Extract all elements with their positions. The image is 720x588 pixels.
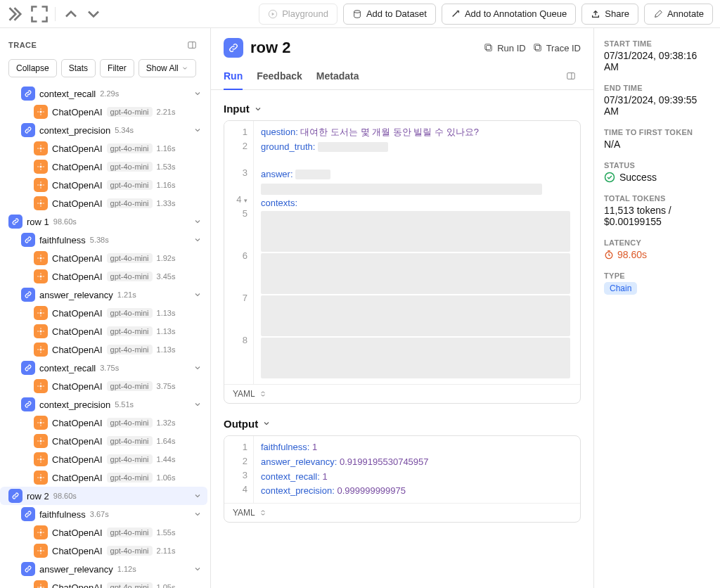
- svg-point-71: [37, 459, 39, 460]
- chevron-down-icon[interactable]: [192, 565, 203, 573]
- chevron-down-icon[interactable]: [192, 364, 203, 372]
- svg-point-48: [40, 349, 42, 351]
- svg-point-36: [37, 276, 39, 277]
- tree-chain-row[interactable]: answer_relevancy1.12s: [0, 560, 207, 578]
- svg-point-3: [40, 111, 42, 113]
- svg-point-7: [43, 111, 44, 113]
- svg-point-6: [37, 111, 39, 113]
- stats-button[interactable]: Stats: [61, 59, 96, 77]
- svg-point-42: [43, 312, 44, 314]
- tree-chain-row[interactable]: row 198.60s: [0, 212, 207, 231]
- run-id-button[interactable]: Run ID: [484, 43, 525, 53]
- filter-button[interactable]: Filter: [100, 59, 134, 77]
- trace-sidebar: TRACE Collapse Stats Filter Show All con…: [0, 28, 211, 588]
- tree-chain-row[interactable]: context_recall3.75s: [0, 359, 207, 377]
- tree-llm-row[interactable]: ChatOpenAIgpt-4o-mini1.33s: [0, 194, 207, 212]
- svg-rect-96: [534, 44, 539, 50]
- next-icon[interactable]: [84, 4, 103, 24]
- llm-icon: [34, 452, 48, 466]
- chain-icon: [21, 361, 35, 375]
- tree-chain-row[interactable]: context_precision5.34s: [0, 121, 207, 139]
- output-header[interactable]: Output: [224, 418, 581, 430]
- tree-llm-row[interactable]: ChatOpenAIgpt-4o-mini1.64s: [0, 432, 207, 450]
- yaml-label[interactable]: YAML: [233, 389, 255, 399]
- svg-point-67: [43, 440, 44, 442]
- annotate-button[interactable]: Annotate: [644, 4, 713, 25]
- fullscreen-icon[interactable]: [30, 4, 49, 24]
- llm-icon: [34, 306, 48, 320]
- tree-llm-row[interactable]: ChatOpenAIgpt-4o-mini3.75s: [0, 377, 207, 395]
- tree-llm-row[interactable]: ChatOpenAIgpt-4o-mini3.45s: [0, 267, 207, 286]
- svg-point-83: [40, 550, 42, 552]
- tab-feedback[interactable]: Feedback: [257, 66, 302, 90]
- svg-point-40: [40, 315, 41, 317]
- svg-point-57: [43, 385, 44, 387]
- svg-point-24: [40, 200, 41, 201]
- tree-llm-row[interactable]: ChatOpenAIgpt-4o-mini1.44s: [0, 450, 207, 468]
- svg-point-11: [37, 148, 39, 149]
- playground-button[interactable]: Playground: [259, 4, 338, 25]
- total-tokens: 11,513 tokens / $0.00199155: [604, 205, 710, 227]
- sidebar-title: TRACE: [8, 41, 37, 49]
- svg-point-70: [40, 461, 41, 463]
- collapse-button[interactable]: Collapse: [8, 59, 57, 77]
- add-dataset-button[interactable]: Add to Dataset: [343, 4, 436, 25]
- chevron-down-icon[interactable]: [192, 510, 203, 518]
- share-button[interactable]: Share: [581, 4, 638, 25]
- tree-llm-row[interactable]: ChatOpenAIgpt-4o-mini1.13s: [0, 304, 207, 322]
- svg-point-22: [43, 184, 44, 186]
- tree-llm-row[interactable]: ChatOpenAIgpt-4o-mini1.06s: [0, 468, 207, 487]
- llm-icon: [34, 544, 48, 558]
- panel-toggle-right-icon[interactable]: [561, 66, 581, 86]
- tree-llm-row[interactable]: ChatOpenAIgpt-4o-mini1.16s: [0, 176, 207, 194]
- chain-icon: [21, 397, 35, 411]
- tree-llm-row[interactable]: ChatOpenAIgpt-4o-mini1.53s: [0, 158, 207, 176]
- tree-llm-row[interactable]: ChatOpenAIgpt-4o-mini2.21s: [0, 103, 207, 121]
- tab-metadata[interactable]: Metadata: [316, 66, 359, 90]
- trace-tree[interactable]: context_recall2.29sChatOpenAIgpt-4o-mini…: [0, 83, 210, 588]
- tree-llm-row[interactable]: ChatOpenAIgpt-4o-mini1.32s: [0, 414, 207, 432]
- yaml-label[interactable]: YAML: [233, 508, 255, 518]
- svg-point-89: [40, 584, 41, 585]
- llm-icon: [34, 525, 48, 539]
- tree-llm-row[interactable]: ChatOpenAIgpt-4o-mini1.13s: [0, 322, 207, 340]
- svg-point-76: [37, 477, 39, 478]
- input-header[interactable]: Input: [224, 103, 581, 115]
- tree-llm-row[interactable]: ChatOpenAIgpt-4o-mini2.11s: [0, 542, 207, 560]
- tree-chain-row[interactable]: row 298.60s: [0, 487, 207, 505]
- svg-point-16: [37, 166, 39, 167]
- tree-chain-row[interactable]: context_recall2.29s: [0, 84, 207, 103]
- chevron-down-icon[interactable]: [192, 492, 203, 500]
- tree-llm-row[interactable]: ChatOpenAIgpt-4o-mini1.05s: [0, 578, 207, 588]
- tree-llm-row[interactable]: ChatOpenAIgpt-4o-mini1.16s: [0, 139, 207, 158]
- prev-icon[interactable]: [61, 4, 81, 24]
- tree-llm-row[interactable]: ChatOpenAIgpt-4o-mini1.55s: [0, 523, 207, 542]
- add-queue-button[interactable]: Add to Annotation Queue: [442, 4, 576, 25]
- tree-chain-row[interactable]: faithfulness5.38s: [0, 231, 207, 249]
- svg-point-38: [40, 312, 42, 314]
- chevron-down-icon[interactable]: [192, 400, 203, 409]
- chevron-down-icon[interactable]: [192, 89, 203, 98]
- chevron-down-icon[interactable]: [192, 290, 203, 299]
- svg-point-18: [40, 184, 42, 186]
- chevron-down-icon[interactable]: [192, 126, 203, 134]
- tab-run[interactable]: Run: [224, 66, 243, 90]
- trace-id-button[interactable]: Trace ID: [533, 43, 581, 53]
- tree-llm-row[interactable]: ChatOpenAIgpt-4o-mini1.13s: [0, 340, 207, 359]
- svg-point-15: [40, 169, 41, 170]
- showall-button[interactable]: Show All: [139, 59, 196, 77]
- chevron-down-icon[interactable]: [192, 217, 203, 226]
- expand-sidebar-icon[interactable]: [7, 4, 27, 24]
- svg-point-55: [40, 388, 41, 390]
- panel-toggle-icon[interactable]: [182, 35, 202, 55]
- svg-point-33: [40, 276, 42, 278]
- chevron-down-icon[interactable]: [192, 236, 203, 244]
- tree-chain-row[interactable]: faithfulness3.67s: [0, 505, 207, 523]
- svg-point-51: [37, 349, 39, 350]
- tree-chain-row[interactable]: context_precision5.51s: [0, 395, 207, 414]
- tree-llm-row[interactable]: ChatOpenAIgpt-4o-mini1.92s: [0, 249, 207, 267]
- svg-point-31: [37, 257, 39, 259]
- llm-icon: [34, 251, 48, 265]
- tree-chain-row[interactable]: answer_relevancy1.21s: [0, 286, 207, 304]
- svg-point-77: [43, 477, 44, 478]
